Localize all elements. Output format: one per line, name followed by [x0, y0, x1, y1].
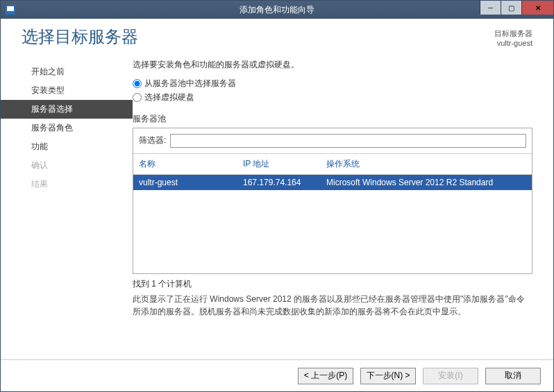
- server-pool-label: 服务器池: [133, 113, 532, 125]
- radio-server-pool-row[interactable]: 从服务器池中选择服务器: [133, 78, 532, 90]
- header-row: 选择目标服务器 目标服务器 vultr-guest: [1, 19, 553, 49]
- destination-label: 目标服务器: [494, 28, 532, 38]
- wizard-body: 选择目标服务器 目标服务器 vultr-guest 开始之前 安装类型 服务器选…: [1, 19, 553, 391]
- sidebar-item-before-you-begin[interactable]: 开始之前: [1, 62, 133, 81]
- window-title: 添加角色和功能向导: [1, 4, 553, 16]
- titlebar: 添加角色和功能向导 ─ ▢ ✕: [1, 1, 553, 19]
- table-header: 名称 IP 地址 操作系统: [133, 154, 532, 175]
- main-area: 开始之前 安装类型 服务器选择 服务器角色 功能 确认 结果 选择要安装角色和功…: [1, 49, 553, 359]
- radio-vhd-label: 选择虚拟硬盘: [144, 92, 194, 103]
- column-os[interactable]: 操作系统: [326, 158, 526, 170]
- svg-rect-1: [7, 6, 14, 11]
- sidebar-item-installation-type[interactable]: 安装类型: [1, 81, 133, 100]
- window-controls: ─ ▢ ✕: [480, 1, 553, 15]
- wizard-window: 添加角色和功能向导 ─ ▢ ✕ 选择目标服务器 目标服务器 vultr-gues…: [0, 0, 554, 392]
- column-name[interactable]: 名称: [139, 158, 243, 170]
- cancel-button[interactable]: 取消: [485, 368, 541, 384]
- app-icon: [3, 3, 17, 17]
- radio-vhd-row[interactable]: 选择虚拟硬盘: [133, 92, 532, 103]
- sidebar-item-features[interactable]: 功能: [1, 137, 133, 156]
- sidebar: 开始之前 安装类型 服务器选择 服务器角色 功能 确认 结果: [1, 56, 133, 359]
- radio-server-pool[interactable]: [133, 79, 142, 88]
- destination-value: vultr-guest: [494, 38, 532, 48]
- destination-info: 目标服务器 vultr-guest: [494, 28, 532, 49]
- found-count: 找到 1 个计算机: [133, 278, 532, 290]
- maximize-button[interactable]: ▢: [501, 1, 521, 15]
- server-table: 名称 IP 地址 操作系统 vultr-guest 167.179.74.164…: [133, 154, 532, 273]
- table-row[interactable]: vultr-guest 167.179.74.164 Microsoft Win…: [133, 175, 532, 190]
- footer: < 上一步(P) 下一步(N) > 安装(I) 取消: [1, 359, 553, 391]
- filter-input[interactable]: [170, 134, 526, 148]
- content-pane: 选择要安装角色和功能的服务器或虚拟硬盘。 从服务器池中选择服务器 选择虚拟硬盘 …: [133, 56, 553, 359]
- previous-button[interactable]: < 上一步(P): [298, 368, 353, 384]
- filter-label: 筛选器:: [139, 135, 166, 146]
- cell-os: Microsoft Windows Server 2012 R2 Standar…: [326, 178, 526, 187]
- column-ip[interactable]: IP 地址: [243, 158, 326, 170]
- sidebar-item-server-roles[interactable]: 服务器角色: [1, 119, 133, 137]
- filter-row: 筛选器:: [133, 128, 532, 154]
- radio-vhd[interactable]: [133, 93, 142, 102]
- cell-ip: 167.179.74.164: [243, 178, 326, 187]
- radio-server-pool-label: 从服务器池中选择服务器: [144, 78, 236, 90]
- sidebar-item-results: 结果: [1, 175, 133, 194]
- page-title: 选择目标服务器: [22, 26, 138, 48]
- table-empty-space: [133, 190, 532, 273]
- sidebar-item-server-selection[interactable]: 服务器选择: [1, 100, 133, 119]
- cell-name: vultr-guest: [139, 178, 243, 187]
- close-button[interactable]: ✕: [521, 1, 553, 15]
- minimize-button[interactable]: ─: [480, 1, 501, 15]
- sidebar-item-confirmation: 确认: [1, 156, 133, 175]
- server-pool-box: 筛选器: 名称 IP 地址 操作系统 vultr-guest 167.179.7…: [133, 128, 532, 274]
- description-text: 选择要安装角色和功能的服务器或虚拟硬盘。: [133, 59, 532, 71]
- note-text: 此页显示了正在运行 Windows Server 2012 的服务器以及那些已经…: [133, 293, 532, 318]
- install-button: 安装(I): [423, 368, 478, 384]
- next-button[interactable]: 下一步(N) >: [360, 368, 416, 384]
